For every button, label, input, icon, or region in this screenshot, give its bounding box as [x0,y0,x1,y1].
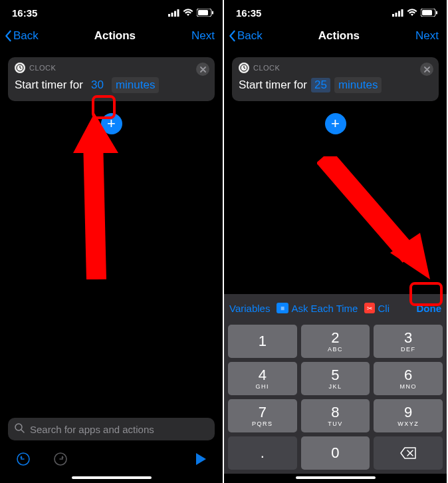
plus-icon: + [331,116,340,131]
search-input[interactable]: Search for apps and actions [8,418,215,440]
plus-icon: + [107,116,116,131]
svg-rect-16 [422,10,432,15]
key-sublabel: WXYZ [397,420,419,427]
remove-action-button[interactable] [196,63,209,76]
search-icon [15,423,25,435]
annotation-arrow [60,113,140,279]
key-2[interactable]: 2ABC [301,325,370,358]
run-button[interactable] [195,452,207,468]
duration-value-field[interactable]: 30 [87,77,108,93]
key-9[interactable]: 9WXYZ [374,399,443,432]
key-5[interactable]: 5JKL [301,362,370,395]
key-6[interactable]: 6MNO [374,362,443,395]
status-icons [168,7,213,19]
action-card: CLOCK Start timer for 25 minutes [232,57,439,101]
svg-rect-13 [398,11,400,17]
nav-bar: Back Actions Next [0,23,223,51]
next-button[interactable]: Next [191,29,215,43]
nav-bar: Back Actions Next [224,23,447,51]
page-title: Actions [318,29,360,43]
add-action-button[interactable]: + [325,113,346,134]
key-7[interactable]: 7PQRS [228,399,297,432]
clock-icon [15,63,25,73]
close-icon [200,67,206,73]
app-name: CLOCK [253,64,280,72]
key-digit: 2 [331,331,339,345]
chevron-left-icon [4,30,12,42]
action-text: Start timer for [15,79,83,92]
duration-value-field[interactable]: 25 [311,78,330,92]
key-digit: 3 [404,331,412,345]
key-0[interactable]: 0 [301,436,370,470]
signal-icon [392,7,403,19]
key-digit: 0 [331,446,339,460]
key-digit: 8 [331,405,339,420]
ask-each-time-button[interactable]: ≡ Ask Each Time [277,303,358,314]
redo-button[interactable] [53,452,68,469]
signal-icon [168,7,179,19]
clipboard-button[interactable]: ✂ Cli [364,303,390,314]
svg-rect-17 [436,11,437,14]
svg-rect-3 [177,9,179,17]
key-digit: 4 [259,368,267,383]
variables-button[interactable]: Variables [229,303,270,314]
svg-rect-6 [212,11,213,14]
key-3[interactable]: 3DEF [374,325,443,358]
status-time: 16:35 [12,7,37,19]
key-backspace[interactable] [374,436,443,470]
key-digit: 5 [331,368,339,383]
scissors-icon: ✂ [364,303,375,313]
remove-action-button[interactable] [420,63,433,76]
redo-icon [53,452,68,466]
status-time: 16:35 [236,7,261,19]
wifi-icon [183,7,193,19]
ask-label: Ask Each Time [291,303,358,314]
next-button[interactable]: Next [415,29,439,43]
clipboard-label: Cli [378,303,390,314]
key-sublabel: TUV [328,420,343,427]
numeric-keypad: 12ABC3DEF4GHI5JKL6MNO7PQRS8TUV9WXYZ.0 [224,322,447,474]
app-name: CLOCK [29,64,56,72]
done-button[interactable]: Done [417,303,442,314]
key-8[interactable]: 8TUV [301,399,370,432]
home-indicator[interactable] [296,476,376,479]
play-icon [195,452,207,466]
key-sublabel: GHI [256,383,270,390]
battery-icon [421,7,437,19]
svg-rect-12 [395,13,397,17]
key-1[interactable]: 1 [228,325,297,358]
key-decimal[interactable]: . [228,436,297,470]
page-title: Actions [94,29,136,43]
key-sublabel: DEF [401,346,416,353]
duration-unit-field[interactable]: minutes [112,77,160,93]
home-indicator[interactable] [72,476,152,479]
wifi-icon [407,7,417,19]
screenshot-right: 16:35 Back Actions Next CLOCK [224,0,448,483]
bottom-toolbar [0,446,223,474]
clock-icon [239,63,249,73]
svg-rect-0 [168,14,170,17]
undo-icon [16,452,31,466]
key-sublabel: PQRS [252,420,273,427]
undo-button[interactable] [16,452,31,469]
backspace-icon [400,447,416,459]
back-label: Back [237,29,263,43]
key-digit: 7 [259,405,267,420]
add-action-button[interactable]: + [101,113,122,134]
back-button[interactable]: Back [228,29,263,43]
back-label: Back [13,29,39,43]
close-icon [424,67,430,73]
status-bar: 16:35 [224,0,447,23]
svg-rect-1 [171,13,173,17]
key-sublabel: JKL [328,383,342,390]
key-digit: 9 [404,405,412,420]
key-sublabel: MNO [399,383,417,390]
key-4[interactable]: 4GHI [228,362,297,395]
svg-rect-11 [392,14,394,17]
screenshot-left: 16:35 Back Actions Next CLOCK [0,0,224,483]
key-digit: 1 [259,334,267,349]
duration-unit-field[interactable]: minutes [334,77,382,93]
back-button[interactable]: Back [4,29,39,43]
chat-icon: ≡ [277,303,288,313]
svg-rect-2 [174,11,176,17]
